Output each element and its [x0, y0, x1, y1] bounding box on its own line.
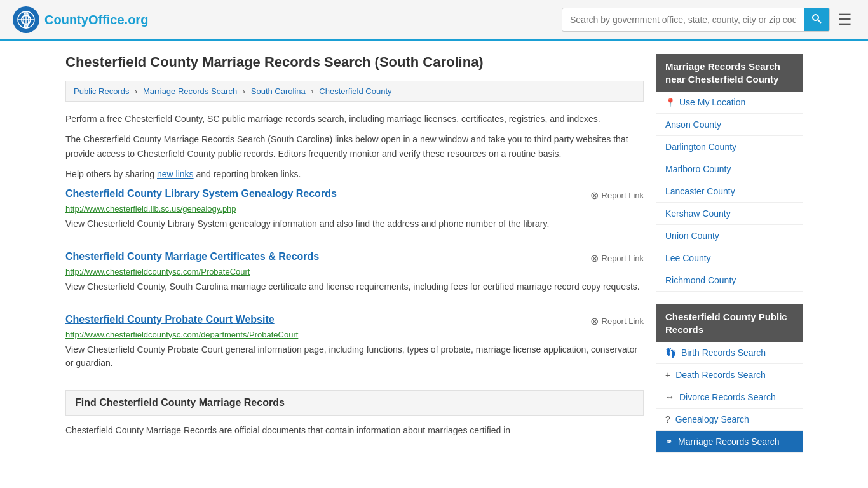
new-links[interactable]: new links	[157, 169, 194, 179]
result-header-1: Chesterfield County Marriage Certificate…	[65, 251, 644, 264]
header: CountyOffice.org ☰	[0, 0, 868, 41]
sidebar-county-1[interactable]: Darlington County	[656, 136, 803, 158]
logo-text: CountyOffice.org	[44, 13, 148, 27]
record-link-0[interactable]: Birth Records Search	[681, 348, 766, 358]
county-link-0[interactable]: Anson County	[665, 119, 721, 130]
search-input[interactable]	[562, 10, 804, 30]
result-title-2[interactable]: Chesterfield County Probate Court Websit…	[65, 314, 275, 325]
sidebar-county-7[interactable]: Richmond County	[656, 269, 803, 292]
sidebar-county-6[interactable]: Lee County	[656, 247, 803, 269]
sidebar-record-0[interactable]: 👣 Birth Records Search	[656, 342, 803, 364]
record-icon-3: ?	[665, 414, 670, 424]
record-icon-2: ↔	[665, 392, 674, 402]
result-desc-1: View Chesterfield County, South Carolina…	[65, 280, 644, 294]
logo-icon	[13, 6, 39, 33]
county-link-1[interactable]: Darlington County	[665, 142, 736, 152]
breadcrumb-chesterfield[interactable]: Chesterfield County	[319, 86, 391, 96]
result-desc-2: View Chesterfield County Probate Court g…	[65, 343, 644, 370]
logo-domain: .org	[125, 13, 149, 27]
record-icon-4: ⚭	[665, 437, 673, 447]
report-link-1[interactable]: ⊗ Report Link	[590, 252, 644, 264]
result-url-2[interactable]: http://www.chesterfieldcountysc.com/depa…	[65, 330, 644, 339]
result-title-1[interactable]: Chesterfield County Marriage Certificate…	[65, 251, 319, 262]
logo-office: Office	[88, 13, 125, 27]
sidebar-nearby-title: Marriage Records Search near Chesterfiel…	[656, 54, 803, 92]
sidebar-nearby-section: Marriage Records Search near Chesterfiel…	[656, 54, 803, 292]
result-title-0[interactable]: Chesterfield County Library System Genea…	[65, 188, 337, 200]
sidebar-county-0[interactable]: Anson County	[656, 114, 803, 136]
logo-county: County	[44, 13, 88, 27]
sidebar: Marriage Records Search near Chesterfiel…	[656, 54, 803, 466]
result-desc-0: View Chesterfield County Library System …	[65, 217, 644, 231]
search-area: ☰	[562, 8, 855, 32]
sidebar-county-5[interactable]: Union County	[656, 225, 803, 247]
main-container: Chesterfield County Marriage Records Sea…	[53, 41, 815, 478]
search-button[interactable]	[804, 8, 829, 31]
sidebar-county-3[interactable]: Lancaster County	[656, 180, 803, 203]
page-title: Chesterfield County Marriage Records Sea…	[65, 54, 644, 71]
public-records-list: 👣 Birth Records Search + Death Records S…	[656, 342, 803, 453]
find-section-header: Find Chesterfield County Marriage Record…	[65, 390, 644, 416]
menu-icon[interactable]: ☰	[835, 8, 855, 32]
breadcrumb-marriage-records[interactable]: Marriage Records Search	[143, 86, 237, 96]
report-icon-2: ⊗	[590, 315, 599, 327]
sidebar-county-4[interactable]: Kershaw County	[656, 203, 803, 225]
svg-line-6	[818, 20, 821, 23]
content-area: Chesterfield County Marriage Records Sea…	[65, 54, 644, 466]
description-1: Perform a free Chesterfield County, SC p…	[65, 112, 644, 126]
county-link-7[interactable]: Richmond County	[665, 275, 736, 285]
breadcrumb: Public Records › Marriage Records Search…	[65, 81, 644, 102]
svg-point-5	[813, 15, 818, 20]
result-header-0: Chesterfield County Library System Genea…	[65, 188, 644, 201]
description-2: The Chesterfield County Marriage Records…	[65, 132, 644, 161]
description-3: Help others by sharing new links and rep…	[65, 167, 644, 181]
sidebar-record-1[interactable]: + Death Records Search	[656, 364, 803, 386]
nearby-counties-list: Anson CountyDarlington CountyMarlboro Co…	[656, 114, 803, 292]
record-link-4[interactable]: Marriage Records Search	[678, 437, 780, 447]
county-link-2[interactable]: Marlboro County	[665, 164, 731, 174]
use-location-link[interactable]: Use My Location	[679, 97, 745, 107]
report-icon-1: ⊗	[590, 252, 599, 264]
report-link-2[interactable]: ⊗ Report Link	[590, 315, 644, 327]
county-link-6[interactable]: Lee County	[665, 253, 711, 263]
sidebar-record-2[interactable]: ↔ Divorce Records Search	[656, 386, 803, 409]
result-item: Chesterfield County Library System Genea…	[65, 188, 644, 236]
result-item: Chesterfield County Probate Court Websit…	[65, 314, 644, 375]
search-box	[562, 8, 830, 32]
record-link-1[interactable]: Death Records Search	[675, 370, 766, 380]
record-link-2[interactable]: Divorce Records Search	[679, 392, 776, 402]
report-icon-0: ⊗	[590, 189, 599, 201]
result-url-0[interactable]: http://www.chesterfield.lib.sc.us/geneal…	[65, 204, 644, 214]
sidebar-public-records-title: Chesterfield County Public Records	[656, 304, 803, 342]
result-header-2: Chesterfield County Probate Court Websit…	[65, 314, 644, 327]
record-link-3[interactable]: Genealogy Search	[675, 414, 749, 424]
sidebar-public-records-section: Chesterfield County Public Records 👣 Bir…	[656, 304, 803, 453]
county-link-3[interactable]: Lancaster County	[665, 186, 735, 196]
county-link-5[interactable]: Union County	[665, 231, 719, 241]
sidebar-record-3[interactable]: ? Genealogy Search	[656, 409, 803, 431]
pin-icon: 📍	[665, 98, 675, 107]
use-location[interactable]: 📍 Use My Location	[656, 92, 803, 114]
report-link-0[interactable]: ⊗ Report Link	[590, 189, 644, 201]
find-section-desc: Chesterfield County Marriage Records are…	[65, 423, 644, 437]
county-link-4[interactable]: Kershaw County	[665, 208, 731, 219]
sidebar-county-2[interactable]: Marlboro County	[656, 158, 803, 180]
logo-area: CountyOffice.org	[13, 6, 148, 33]
result-item: Chesterfield County Marriage Certificate…	[65, 251, 644, 299]
sidebar-record-4[interactable]: ⚭ Marriage Records Search	[656, 431, 803, 453]
record-icon-1: +	[665, 370, 670, 380]
breadcrumb-public-records[interactable]: Public Records	[74, 86, 129, 96]
record-icon-0: 👣	[665, 348, 676, 358]
result-url-1[interactable]: http://www.chesterfieldcountysc.com/Prob…	[65, 267, 644, 276]
breadcrumb-south-carolina[interactable]: South Carolina	[251, 86, 306, 96]
results-container: Chesterfield County Library System Genea…	[65, 188, 644, 375]
